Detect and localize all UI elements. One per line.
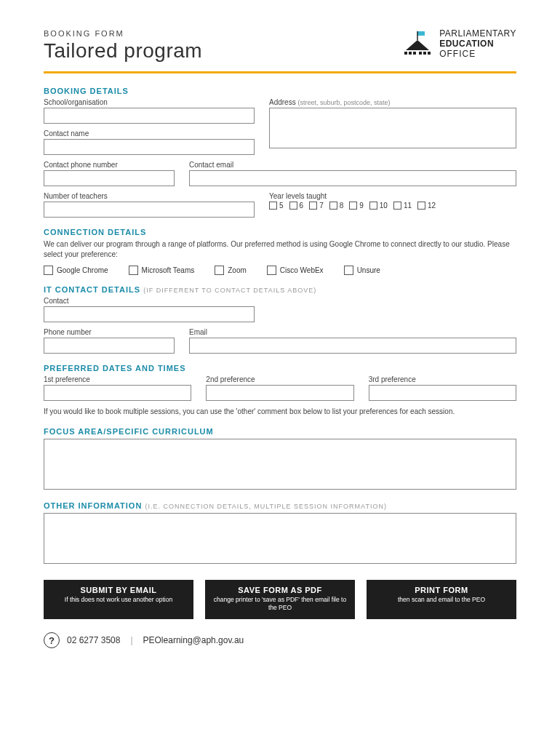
pref1-input[interactable] bbox=[44, 385, 191, 401]
teams-checkbox[interactable] bbox=[129, 266, 138, 275]
svg-rect-4 bbox=[409, 52, 412, 55]
contact-phone-input[interactable] bbox=[44, 170, 175, 186]
logo-text: PARLIAMENTARY EDUCATION OFFICE bbox=[439, 29, 516, 59]
year-11-checkbox[interactable] bbox=[393, 202, 401, 210]
year-10-label: 10 bbox=[380, 202, 388, 210]
pref3-input[interactable] bbox=[369, 385, 516, 401]
submit-title: SUBMIT BY EMAIL bbox=[48, 586, 189, 594]
year-levels-label: Year levels taught bbox=[269, 192, 516, 200]
connection-description: We can deliver our program through a ran… bbox=[44, 239, 516, 260]
year-7-label: 7 bbox=[319, 202, 324, 210]
zoom-checkbox[interactable] bbox=[215, 266, 224, 275]
svg-marker-2 bbox=[406, 40, 429, 50]
svg-rect-7 bbox=[423, 52, 426, 55]
contact-email-input[interactable] bbox=[189, 170, 516, 186]
logo-line1: PARLIAMENTARY bbox=[439, 29, 516, 39]
print-title: PRINT FORM bbox=[371, 586, 512, 594]
it-email-input[interactable] bbox=[189, 338, 516, 354]
year-levels-checkboxes: 5 6 7 8 9 10 11 12 bbox=[269, 202, 516, 210]
pref1-label: 1st preference bbox=[44, 375, 191, 383]
svg-rect-6 bbox=[419, 52, 422, 55]
unsure-label: Unsure bbox=[357, 266, 380, 274]
year-10-checkbox[interactable] bbox=[369, 202, 377, 210]
it-contact-sub: (IF DIFFERENT TO CONTACT DETAILS ABOVE) bbox=[143, 287, 316, 294]
preferred-dates-note: If you would like to book multiple sessi… bbox=[44, 407, 516, 417]
print-sub: then scan and email to the PEO bbox=[371, 596, 512, 604]
year-11-label: 11 bbox=[404, 202, 412, 210]
it-email-label: Email bbox=[189, 328, 516, 336]
it-contact-heading-text: IT CONTACT DETAILS bbox=[44, 285, 140, 294]
other-info-input[interactable] bbox=[44, 513, 516, 564]
address-label-text: Address bbox=[269, 98, 296, 106]
it-contact-label: Contact bbox=[44, 297, 255, 305]
address-input[interactable] bbox=[269, 108, 516, 148]
contact-phone-label: Contact phone number bbox=[44, 161, 175, 169]
it-phone-label: Phone number bbox=[44, 328, 175, 336]
peo-logo: PARLIAMENTARY EDUCATION OFFICE bbox=[401, 29, 516, 59]
webex-checkbox[interactable] bbox=[267, 266, 276, 275]
it-contact-input[interactable] bbox=[44, 306, 255, 322]
year-7-checkbox[interactable] bbox=[309, 202, 317, 210]
chrome-checkbox[interactable] bbox=[44, 266, 53, 275]
address-label: Address (street, suburb, postcode, state… bbox=[269, 98, 516, 106]
address-hint: (street, suburb, postcode, state) bbox=[297, 99, 390, 106]
pref2-input[interactable] bbox=[206, 385, 353, 401]
svg-rect-3 bbox=[404, 52, 407, 55]
contact-email-label: Contact email bbox=[189, 161, 516, 169]
header-titles: BOOKING FORM Tailored program bbox=[44, 29, 202, 63]
form-type-label: BOOKING FORM bbox=[44, 29, 202, 38]
it-contact-heading: IT CONTACT DETAILS (IF DIFFERENT TO CONT… bbox=[44, 285, 516, 294]
pref3-label: 3rd preference bbox=[369, 375, 516, 383]
year-6-checkbox[interactable] bbox=[289, 202, 297, 210]
school-label: School/organisation bbox=[44, 98, 255, 106]
connection-details-heading: CONNECTION DETAILS bbox=[44, 228, 516, 236]
unsure-checkbox[interactable] bbox=[344, 266, 353, 275]
focus-area-input[interactable] bbox=[44, 439, 516, 490]
year-8-checkbox[interactable] bbox=[329, 202, 337, 210]
svg-rect-0 bbox=[417, 31, 425, 36]
parliament-house-icon bbox=[401, 30, 433, 59]
school-input[interactable] bbox=[44, 108, 255, 124]
contact-name-label: Contact name bbox=[44, 130, 255, 138]
booking-details-heading: BOOKING DETAILS bbox=[44, 87, 516, 95]
year-8-label: 8 bbox=[340, 202, 344, 210]
num-teachers-input[interactable] bbox=[44, 202, 255, 218]
logo-line2: EDUCATION bbox=[439, 39, 516, 49]
other-info-heading-text: OTHER INFORMATION bbox=[44, 501, 142, 510]
year-12-label: 12 bbox=[428, 202, 436, 210]
other-info-heading: OTHER INFORMATION (I.E. CONNECTION DETAI… bbox=[44, 501, 516, 510]
pref2-label: 2nd preference bbox=[206, 375, 353, 383]
zoom-label: Zoom bbox=[228, 266, 247, 274]
other-info-sub: (I.E. CONNECTION DETAILS, MULTIPLE SESSI… bbox=[145, 503, 387, 510]
action-buttons: SUBMIT BY EMAIL If this does not work us… bbox=[44, 580, 516, 619]
chrome-label: Google Chrome bbox=[57, 266, 108, 274]
footer-email: PEOlearning@aph.gov.au bbox=[143, 635, 244, 645]
contact-name-input[interactable] bbox=[44, 139, 255, 155]
year-5-checkbox[interactable] bbox=[269, 202, 277, 210]
save-title: SAVE FORM AS PDF bbox=[209, 586, 351, 594]
question-icon: ? bbox=[44, 632, 60, 648]
footer-separator: | bbox=[130, 635, 132, 645]
header: BOOKING FORM Tailored program PARLIAMENT… bbox=[44, 29, 516, 73]
preferred-dates-heading: PREFERRED DATES AND TIMES bbox=[44, 364, 516, 372]
num-teachers-label: Number of teachers bbox=[44, 192, 255, 200]
year-6-label: 6 bbox=[300, 202, 304, 210]
footer-contact: ? 02 6277 3508 | PEOlearning@aph.gov.au bbox=[44, 632, 516, 648]
save-pdf-button[interactable]: SAVE FORM AS PDF change printer to 'save… bbox=[205, 580, 355, 619]
teams-label: Microsoft Teams bbox=[142, 266, 195, 274]
svg-rect-5 bbox=[413, 52, 416, 55]
focus-area-heading: FOCUS AREA/SPECIFIC CURRICULUM bbox=[44, 427, 516, 436]
webex-label: Cisco WebEx bbox=[280, 266, 324, 274]
connection-options: Google Chrome Microsoft Teams Zoom Cisco… bbox=[44, 266, 516, 275]
footer-phone: 02 6277 3508 bbox=[67, 635, 120, 645]
year-9-checkbox[interactable] bbox=[349, 202, 357, 210]
print-form-button[interactable]: PRINT FORM then scan and email to the PE… bbox=[367, 580, 516, 619]
save-sub: change printer to 'save as PDF' then ema… bbox=[209, 596, 351, 612]
year-5-label: 5 bbox=[279, 202, 284, 210]
it-phone-input[interactable] bbox=[44, 338, 175, 354]
svg-rect-8 bbox=[428, 52, 431, 55]
year-12-checkbox[interactable] bbox=[417, 202, 425, 210]
submit-email-button[interactable]: SUBMIT BY EMAIL If this does not work us… bbox=[44, 580, 193, 619]
logo-line3: OFFICE bbox=[439, 49, 516, 60]
page-title: Tailored program bbox=[44, 39, 202, 63]
